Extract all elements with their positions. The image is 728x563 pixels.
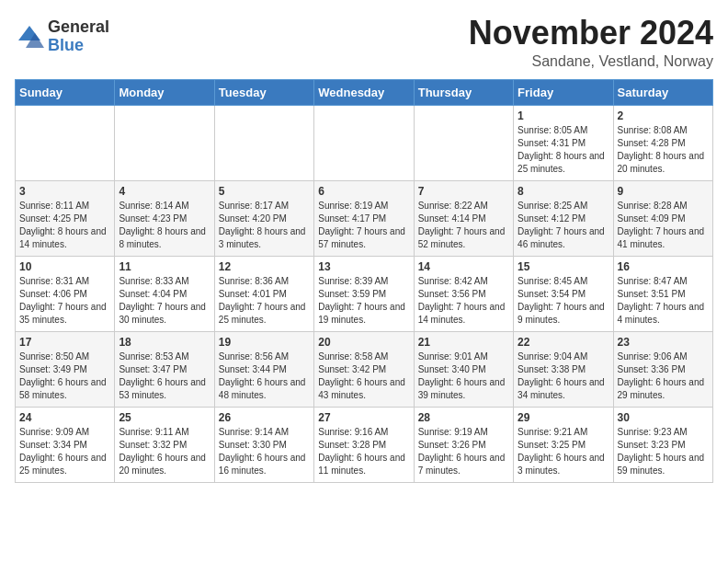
- cell-content: Sunrise: 8:47 AM Sunset: 3:51 PM Dayligh…: [618, 275, 709, 327]
- day-number: 27: [318, 411, 409, 424]
- cell-content: Sunrise: 8:50 AM Sunset: 3:49 PM Dayligh…: [19, 350, 110, 402]
- day-number: 14: [418, 260, 509, 273]
- title-area: November 2024 Sandane, Vestland, Norway: [469, 15, 713, 70]
- cell-content: Sunrise: 9:16 AM Sunset: 3:28 PM Dayligh…: [318, 426, 409, 477]
- logo-icon: [15, 22, 44, 52]
- cell-content: Sunrise: 9:14 AM Sunset: 3:30 PM Dayligh…: [219, 426, 310, 477]
- calendar-cell: 9Sunrise: 8:28 AM Sunset: 4:09 PM Daylig…: [613, 180, 712, 256]
- calendar-cell: 27Sunrise: 9:16 AM Sunset: 3:28 PM Dayli…: [314, 407, 414, 482]
- cell-content: Sunrise: 8:28 AM Sunset: 4:09 PM Dayligh…: [618, 200, 709, 251]
- cell-content: Sunrise: 8:58 AM Sunset: 3:42 PM Dayligh…: [318, 350, 409, 402]
- day-number: 10: [19, 260, 110, 273]
- calendar-cell: 25Sunrise: 9:11 AM Sunset: 3:32 PM Dayli…: [115, 407, 214, 482]
- logo: General Blue: [15, 18, 109, 55]
- day-number: 17: [19, 336, 110, 349]
- cell-content: Sunrise: 9:19 AM Sunset: 3:26 PM Dayligh…: [418, 426, 509, 477]
- cell-content: Sunrise: 8:31 AM Sunset: 4:06 PM Dayligh…: [19, 275, 110, 327]
- calendar-cell: 22Sunrise: 9:04 AM Sunset: 3:38 PM Dayli…: [514, 331, 613, 407]
- header-saturday: Saturday: [613, 79, 712, 105]
- day-number: 20: [318, 336, 409, 349]
- day-number: 5: [219, 185, 310, 198]
- calendar-cell: 10Sunrise: 8:31 AM Sunset: 4:06 PM Dayli…: [16, 256, 115, 331]
- day-number: 16: [618, 260, 709, 273]
- cell-content: Sunrise: 9:21 AM Sunset: 3:25 PM Dayligh…: [518, 426, 609, 477]
- header-thursday: Thursday: [414, 79, 513, 105]
- day-number: 28: [418, 411, 509, 424]
- calendar-cell: 2Sunrise: 8:08 AM Sunset: 4:28 PM Daylig…: [613, 105, 712, 180]
- calendar-cell: 26Sunrise: 9:14 AM Sunset: 3:30 PM Dayli…: [214, 407, 313, 482]
- calendar-cell: 19Sunrise: 8:56 AM Sunset: 3:44 PM Dayli…: [214, 331, 313, 407]
- cell-content: Sunrise: 9:09 AM Sunset: 3:34 PM Dayligh…: [19, 426, 110, 477]
- cell-content: Sunrise: 9:11 AM Sunset: 3:32 PM Dayligh…: [119, 426, 210, 477]
- calendar-cell: 11Sunrise: 8:33 AM Sunset: 4:04 PM Dayli…: [115, 256, 214, 331]
- cell-content: Sunrise: 8:22 AM Sunset: 4:14 PM Dayligh…: [418, 200, 509, 251]
- cell-content: Sunrise: 8:17 AM Sunset: 4:20 PM Dayligh…: [219, 200, 310, 251]
- calendar-cell: 30Sunrise: 9:23 AM Sunset: 3:23 PM Dayli…: [613, 407, 712, 482]
- day-number: 30: [618, 411, 709, 424]
- day-number: 18: [119, 336, 210, 349]
- calendar-cell: 1Sunrise: 8:05 AM Sunset: 4:31 PM Daylig…: [514, 105, 613, 180]
- calendar-week-4: 24Sunrise: 9:09 AM Sunset: 3:34 PM Dayli…: [16, 407, 713, 482]
- day-number: 21: [418, 336, 509, 349]
- day-number: 23: [618, 336, 709, 349]
- cell-content: Sunrise: 8:53 AM Sunset: 3:47 PM Dayligh…: [119, 350, 210, 402]
- day-number: 9: [618, 185, 709, 198]
- header-sunday: Sunday: [16, 79, 115, 105]
- calendar-cell: 14Sunrise: 8:42 AM Sunset: 3:56 PM Dayli…: [414, 256, 513, 331]
- calendar-cell: 12Sunrise: 8:36 AM Sunset: 4:01 PM Dayli…: [214, 256, 313, 331]
- cell-content: Sunrise: 8:14 AM Sunset: 4:23 PM Dayligh…: [119, 200, 210, 251]
- calendar-table: Sunday Monday Tuesday Wednesday Thursday…: [15, 79, 713, 483]
- day-number: 7: [418, 185, 509, 198]
- calendar-cell: 18Sunrise: 8:53 AM Sunset: 3:47 PM Dayli…: [115, 331, 214, 407]
- cell-content: Sunrise: 9:04 AM Sunset: 3:38 PM Dayligh…: [518, 350, 609, 402]
- calendar-cell: 3Sunrise: 8:11 AM Sunset: 4:25 PM Daylig…: [16, 180, 115, 256]
- calendar-cell: 29Sunrise: 9:21 AM Sunset: 3:25 PM Dayli…: [514, 407, 613, 482]
- calendar-cell: 21Sunrise: 9:01 AM Sunset: 3:40 PM Dayli…: [414, 331, 513, 407]
- day-number: 3: [19, 185, 110, 198]
- calendar-cell: 13Sunrise: 8:39 AM Sunset: 3:59 PM Dayli…: [314, 256, 414, 331]
- day-number: 26: [219, 411, 310, 424]
- calendar-cell: 17Sunrise: 8:50 AM Sunset: 3:49 PM Dayli…: [16, 331, 115, 407]
- calendar-cell: 7Sunrise: 8:22 AM Sunset: 4:14 PM Daylig…: [414, 180, 513, 256]
- calendar-cell: 15Sunrise: 8:45 AM Sunset: 3:54 PM Dayli…: [514, 256, 613, 331]
- calendar-cell: 4Sunrise: 8:14 AM Sunset: 4:23 PM Daylig…: [115, 180, 214, 256]
- cell-content: Sunrise: 8:42 AM Sunset: 3:56 PM Dayligh…: [418, 275, 509, 327]
- calendar-cell: 20Sunrise: 8:58 AM Sunset: 3:42 PM Dayli…: [314, 331, 414, 407]
- calendar-cell: [16, 105, 115, 180]
- day-number: 1: [518, 109, 609, 122]
- cell-content: Sunrise: 8:25 AM Sunset: 4:12 PM Dayligh…: [518, 200, 609, 251]
- cell-content: Sunrise: 8:19 AM Sunset: 4:17 PM Dayligh…: [318, 200, 409, 251]
- calendar-cell: [214, 105, 313, 180]
- logo-general-text: General: [48, 18, 109, 37]
- day-number: 19: [219, 336, 310, 349]
- header-tuesday: Tuesday: [214, 79, 313, 105]
- cell-content: Sunrise: 8:33 AM Sunset: 4:04 PM Dayligh…: [119, 275, 210, 327]
- day-number: 15: [518, 260, 609, 273]
- day-number: 24: [19, 411, 110, 424]
- calendar-week-1: 3Sunrise: 8:11 AM Sunset: 4:25 PM Daylig…: [16, 180, 713, 256]
- calendar-week-2: 10Sunrise: 8:31 AM Sunset: 4:06 PM Dayli…: [16, 256, 713, 331]
- logo-text: General Blue: [48, 18, 109, 55]
- calendar-week-3: 17Sunrise: 8:50 AM Sunset: 3:49 PM Dayli…: [16, 331, 713, 407]
- calendar-cell: 23Sunrise: 9:06 AM Sunset: 3:36 PM Dayli…: [613, 331, 712, 407]
- day-number: 29: [518, 411, 609, 424]
- day-number: 2: [618, 109, 709, 122]
- day-number: 11: [119, 260, 210, 273]
- calendar-cell: 8Sunrise: 8:25 AM Sunset: 4:12 PM Daylig…: [514, 180, 613, 256]
- calendar-cell: 16Sunrise: 8:47 AM Sunset: 3:51 PM Dayli…: [613, 256, 712, 331]
- cell-content: Sunrise: 8:05 AM Sunset: 4:31 PM Dayligh…: [518, 124, 609, 176]
- day-number: 12: [219, 260, 310, 273]
- header-friday: Friday: [514, 79, 613, 105]
- day-number: 13: [318, 260, 409, 273]
- calendar-cell: 28Sunrise: 9:19 AM Sunset: 3:26 PM Dayli…: [414, 407, 513, 482]
- cell-content: Sunrise: 8:08 AM Sunset: 4:28 PM Dayligh…: [618, 124, 709, 176]
- calendar-cell: [314, 105, 414, 180]
- cell-content: Sunrise: 8:39 AM Sunset: 3:59 PM Dayligh…: [318, 275, 409, 327]
- header-monday: Monday: [115, 79, 214, 105]
- calendar-cell: 24Sunrise: 9:09 AM Sunset: 3:34 PM Dayli…: [16, 407, 115, 482]
- cell-content: Sunrise: 8:36 AM Sunset: 4:01 PM Dayligh…: [219, 275, 310, 327]
- cell-content: Sunrise: 8:56 AM Sunset: 3:44 PM Dayligh…: [219, 350, 310, 402]
- month-title: November 2024: [469, 15, 713, 52]
- calendar-cell: 6Sunrise: 8:19 AM Sunset: 4:17 PM Daylig…: [314, 180, 414, 256]
- calendar-cell: [414, 105, 513, 180]
